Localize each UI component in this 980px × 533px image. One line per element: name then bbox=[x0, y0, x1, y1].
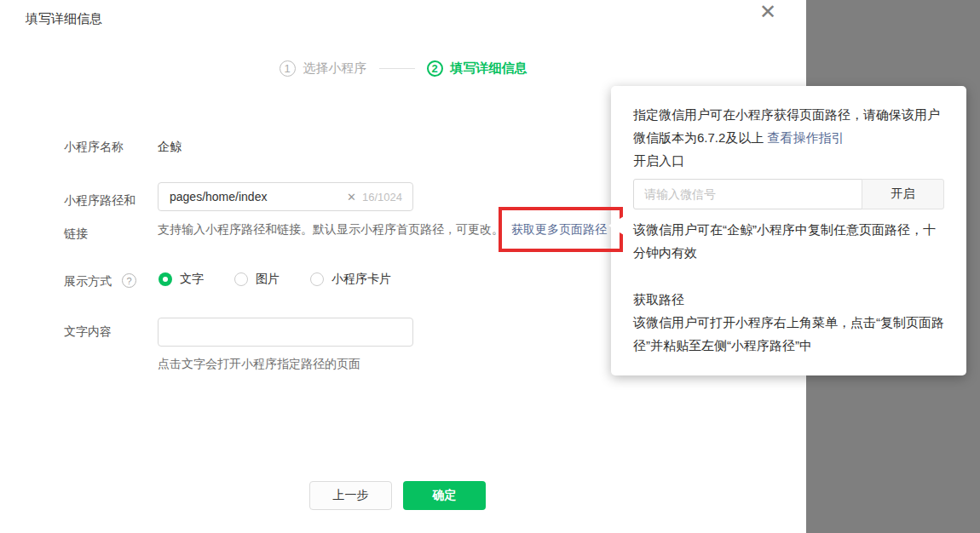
miniprogram-name-label: 小程序名称 bbox=[64, 140, 124, 155]
radio-option-card[interactable]: 小程序卡片 bbox=[310, 272, 391, 287]
path-input[interactable] bbox=[159, 190, 341, 203]
display-mode-options: 文字 图片 小程序卡片 bbox=[159, 272, 391, 287]
step-1-number: 1 bbox=[280, 60, 296, 77]
radio-option-image[interactable]: 图片 bbox=[234, 272, 280, 287]
text-content-input[interactable] bbox=[159, 325, 412, 339]
entry-description: 该微信用户可在“企鲸”小程序中复制任意页面路径，十分钟内有效 bbox=[633, 218, 944, 264]
clear-icon[interactable]: ✕ bbox=[341, 191, 362, 203]
path-help-popover: 指定微信用户可在小程序获得页面路径，请确保该用户微信版本为6.7.2及以上 查看… bbox=[611, 86, 966, 375]
popover-arrow bbox=[608, 216, 624, 235]
radio-unselected-icon bbox=[234, 272, 248, 286]
entry-title: 开启入口 bbox=[633, 149, 944, 172]
text-content-input-box bbox=[158, 318, 413, 347]
step-indicator: 1 选择小程序 2 填写详细信息 bbox=[0, 60, 806, 77]
step-fill-details: 2 填写详细信息 bbox=[427, 60, 527, 77]
miniprogram-path-label: 小程序路径和链接 bbox=[64, 184, 142, 250]
radio-option-text[interactable]: 文字 bbox=[159, 272, 204, 287]
display-mode-label: 展示方式 bbox=[64, 274, 112, 289]
miniprogram-name-value: 企鲸 bbox=[158, 140, 182, 155]
view-guide-link[interactable]: 查看操作指引 bbox=[768, 130, 845, 145]
step-1-label: 选择小程序 bbox=[303, 60, 367, 77]
step-select-miniprogram[interactable]: 1 选择小程序 bbox=[280, 60, 367, 77]
path-helper-row: 支持输入小程序路径和链接。默认显示小程序首页路径，可更改。 获取更多页面路径 bbox=[158, 222, 607, 238]
question-icon[interactable]: ? bbox=[122, 273, 136, 288]
get-more-paths-link[interactable]: 获取更多页面路径 bbox=[511, 222, 607, 238]
text-content-label: 文字内容 bbox=[64, 324, 112, 340]
path-input-box: ✕ 16/1024 bbox=[158, 182, 413, 211]
step-2-number: 2 bbox=[427, 60, 443, 77]
close-icon[interactable]: ✕ bbox=[759, 0, 776, 24]
text-content-helper: 点击文字会打开小程序指定路径的页面 bbox=[158, 357, 360, 372]
previous-step-button[interactable]: 上一步 bbox=[309, 481, 392, 510]
char-counter: 16/1024 bbox=[362, 191, 412, 203]
confirm-button[interactable]: 确定 bbox=[403, 481, 486, 510]
radio-option-label: 图片 bbox=[256, 272, 280, 287]
wechat-id-input[interactable] bbox=[633, 179, 862, 209]
radio-unselected-icon bbox=[310, 272, 324, 286]
popover-intro: 指定微信用户可在小程序获得页面路径，请确保该用户微信版本为6.7.2及以上 查看… bbox=[633, 103, 944, 149]
step-2-label: 填写详细信息 bbox=[451, 60, 527, 77]
radio-option-label: 小程序卡片 bbox=[331, 272, 391, 287]
page-title: 填写详细信息 bbox=[26, 11, 102, 27]
get-path-title: 获取路径 bbox=[633, 288, 944, 311]
get-path-description: 该微信用户可打开小程序右上角菜单，点击“复制页面路径”并粘贴至左侧“小程序路径”… bbox=[633, 311, 944, 357]
radio-option-label: 文字 bbox=[180, 272, 204, 287]
wechat-id-row: 开启 bbox=[633, 179, 944, 209]
path-helper-text: 支持输入小程序路径和链接。默认显示小程序首页路径，可更改。 bbox=[158, 222, 504, 238]
step-connector bbox=[379, 68, 415, 69]
enable-button[interactable]: 开启 bbox=[862, 179, 944, 209]
radio-selected-icon bbox=[159, 272, 172, 286]
